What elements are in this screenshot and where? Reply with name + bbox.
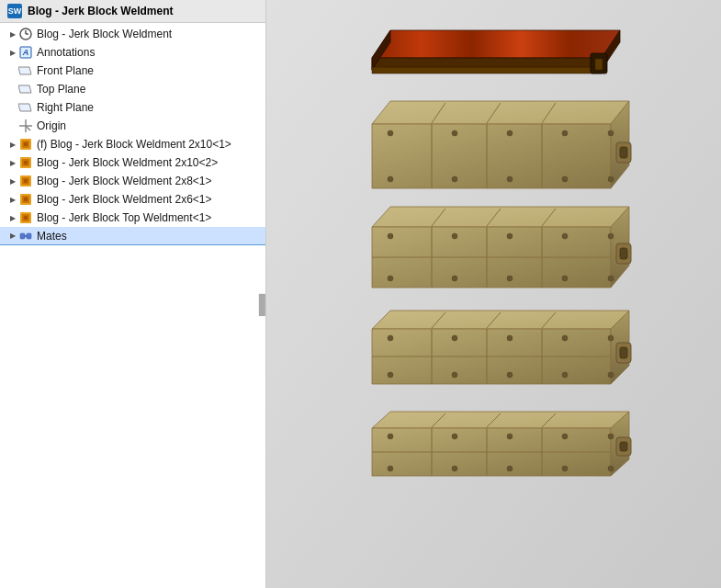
svg-point-121 bbox=[562, 466, 568, 471]
origin-icon bbox=[18, 119, 33, 133]
svg-rect-123 bbox=[620, 442, 627, 451]
svg-text:A: A bbox=[22, 48, 29, 57]
tree-item-front-plane[interactable]: ▶ Front Plane bbox=[0, 62, 265, 80]
svg-point-93 bbox=[608, 372, 614, 378]
weldment2-icon bbox=[18, 155, 33, 170]
svg-rect-22 bbox=[24, 198, 28, 201]
svg-point-96 bbox=[507, 335, 513, 341]
weldment4-label: Blog - Jerk Block Weldment 2x6<1> bbox=[37, 193, 212, 206]
top-plane-icon bbox=[18, 82, 33, 96]
svg-point-75 bbox=[507, 276, 513, 281]
tree-item-weldment3[interactable]: ▶ Blog - Jerk Block Weldment 2x8<1> bbox=[0, 172, 265, 190]
title-bar: SW Blog - Jerk Block Weldment bbox=[0, 0, 265, 23]
front-plane-icon bbox=[18, 63, 33, 78]
svg-point-73 bbox=[452, 276, 457, 281]
svg-point-49 bbox=[608, 176, 614, 182]
svg-point-74 bbox=[507, 233, 513, 239]
svg-point-90 bbox=[388, 335, 393, 341]
tree-item-top-plane[interactable]: ▶ Top Plane bbox=[0, 80, 265, 98]
tree-item-history[interactable]: ▶ Blog - Jerk Block Weldment bbox=[0, 25, 265, 43]
annotations-icon: A bbox=[18, 45, 33, 60]
svg-point-116 bbox=[452, 434, 457, 439]
svg-point-97 bbox=[507, 372, 513, 378]
document-title: Blog - Jerk Block Weldment bbox=[28, 5, 173, 17]
origin-label: Origin bbox=[37, 119, 66, 132]
top-plane-label: Top Plane bbox=[37, 83, 85, 96]
weldment5-icon bbox=[18, 210, 33, 225]
3d-viewport[interactable] bbox=[266, 0, 721, 588]
tree-item-weldment1[interactable]: ▶ (f) Blog - Jerk Block Weldment 2x10<1> bbox=[0, 135, 265, 153]
svg-point-113 bbox=[388, 466, 393, 471]
svg-point-70 bbox=[608, 233, 614, 239]
viewport-panel bbox=[266, 0, 721, 588]
svg-point-94 bbox=[452, 335, 457, 341]
svg-point-112 bbox=[388, 434, 393, 439]
tree-item-origin[interactable]: ▶ Origin bbox=[0, 117, 265, 135]
annotations-label: Annotations bbox=[37, 46, 95, 59]
mates-label: Mates bbox=[37, 230, 67, 243]
resize-handle[interactable] bbox=[261, 0, 265, 588]
weldment1-label: (f) Blog - Jerk Block Weldment 2x10<1> bbox=[37, 138, 231, 151]
svg-rect-57 bbox=[620, 147, 627, 158]
svg-marker-34 bbox=[372, 67, 602, 74]
svg-rect-19 bbox=[24, 179, 28, 183]
tree-item-annotations[interactable]: ▶ A Annotations bbox=[0, 43, 265, 62]
svg-point-48 bbox=[608, 130, 614, 136]
svg-point-53 bbox=[507, 176, 513, 182]
svg-point-120 bbox=[562, 434, 568, 439]
arrow-annotations: ▶ bbox=[7, 47, 18, 58]
weldment1-icon bbox=[18, 137, 33, 152]
mates-icon bbox=[18, 229, 33, 243]
svg-rect-26 bbox=[20, 233, 25, 239]
svg-rect-36 bbox=[595, 59, 603, 70]
svg-point-51 bbox=[452, 176, 457, 182]
svg-point-52 bbox=[507, 130, 513, 136]
svg-point-71 bbox=[608, 276, 614, 281]
weldment4-icon bbox=[18, 192, 33, 207]
svg-point-69 bbox=[388, 276, 393, 281]
svg-point-76 bbox=[562, 233, 568, 239]
feature-tree: ▶ Blog - Jerk Block Weldment ▶ A Annotat… bbox=[0, 23, 265, 588]
arrow-history: ▶ bbox=[7, 28, 18, 40]
svg-point-92 bbox=[608, 335, 614, 341]
tree-item-weldment4[interactable]: ▶ Blog - Jerk Block Weldment 2x6<1> bbox=[0, 190, 265, 209]
svg-point-118 bbox=[507, 434, 513, 439]
front-plane-label: Front Plane bbox=[37, 64, 94, 77]
svg-point-55 bbox=[562, 176, 568, 182]
svg-point-99 bbox=[562, 372, 568, 378]
tree-item-mates[interactable]: ▶ Mates bbox=[0, 227, 265, 245]
left-panel: SW Blog - Jerk Block Weldment ▶ Blog - J… bbox=[0, 0, 266, 588]
weldment3-icon bbox=[18, 174, 33, 188]
arrow-weldment5: ▶ bbox=[7, 212, 18, 223]
right-plane-icon bbox=[18, 100, 33, 115]
weldment3-label: Blog - Jerk Block Weldment 2x8<1> bbox=[37, 175, 212, 187]
right-plane-label: Right Plane bbox=[37, 101, 94, 114]
svg-marker-58 bbox=[372, 207, 629, 227]
svg-marker-30 bbox=[372, 30, 620, 58]
svg-marker-6 bbox=[18, 85, 31, 93]
svg-marker-38 bbox=[372, 124, 611, 188]
svg-rect-16 bbox=[24, 161, 28, 164]
svg-marker-80 bbox=[372, 311, 629, 329]
arrow-mates: ▶ bbox=[7, 231, 18, 242]
svg-rect-25 bbox=[24, 216, 28, 220]
tree-item-weldment2[interactable]: ▶ Blog - Jerk Block Weldment 2x10<2> bbox=[0, 153, 265, 172]
history-icon bbox=[18, 27, 33, 41]
svg-point-77 bbox=[562, 276, 568, 281]
solidworks-icon: SW bbox=[7, 4, 22, 18]
svg-point-115 bbox=[608, 466, 614, 471]
svg-point-117 bbox=[452, 466, 457, 471]
weldment2-label: Blog - Jerk Block Weldment 2x10<2> bbox=[37, 156, 218, 169]
tree-item-right-plane[interactable]: ▶ Right Plane bbox=[0, 98, 265, 117]
arrow-weldment3: ▶ bbox=[7, 175, 18, 187]
svg-point-50 bbox=[452, 130, 457, 136]
tree-item-weldment5[interactable]: ▶ Blog - Jerk Block Top Weldment<1> bbox=[0, 209, 265, 227]
svg-marker-7 bbox=[18, 104, 31, 111]
svg-point-95 bbox=[452, 372, 457, 378]
history-label: Blog - Jerk Block Weldment bbox=[37, 28, 172, 40]
svg-rect-13 bbox=[24, 142, 28, 146]
weldment5-label: Blog - Jerk Block Top Weldment<1> bbox=[37, 211, 211, 224]
svg-point-119 bbox=[507, 466, 513, 471]
svg-rect-79 bbox=[620, 248, 627, 259]
svg-rect-101 bbox=[620, 347, 627, 358]
